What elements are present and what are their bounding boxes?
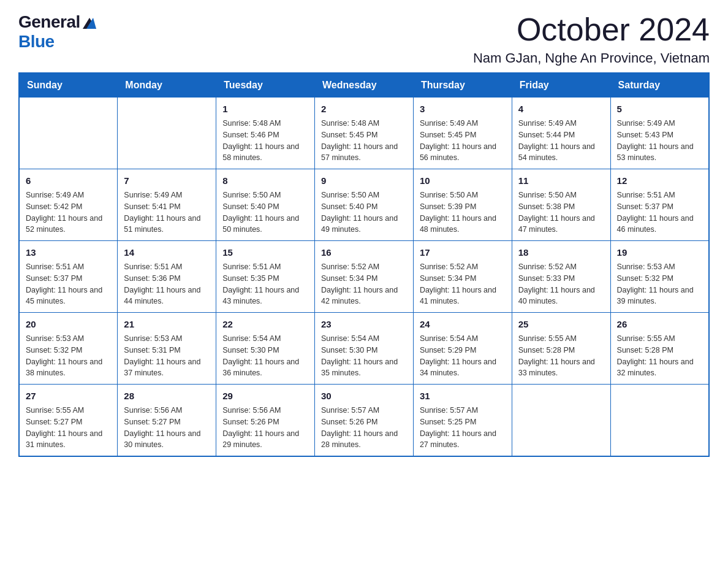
calendar-cell: 9Sunrise: 5:50 AMSunset: 5:40 PMDaylight…	[315, 169, 414, 241]
day-info: Sunrise: 5:57 AMSunset: 5:25 PMDaylight:…	[420, 405, 506, 451]
day-info: Sunrise: 5:49 AMSunset: 5:43 PMDaylight:…	[617, 118, 702, 164]
day-number: 7	[124, 174, 210, 187]
col-header-friday: Friday	[512, 73, 610, 98]
day-number: 4	[518, 102, 604, 115]
col-header-wednesday: Wednesday	[315, 73, 414, 98]
calendar-cell: 8Sunrise: 5:50 AMSunset: 5:40 PMDaylight…	[216, 169, 315, 241]
calendar-cell: 6Sunrise: 5:49 AMSunset: 5:42 PMDaylight…	[19, 169, 118, 241]
day-number: 12	[617, 174, 702, 187]
calendar-cell: 16Sunrise: 5:52 AMSunset: 5:34 PMDayligh…	[315, 241, 414, 313]
calendar-cell: 25Sunrise: 5:55 AMSunset: 5:28 PMDayligh…	[512, 313, 610, 385]
day-number: 19	[617, 246, 702, 259]
calendar-cell: 11Sunrise: 5:50 AMSunset: 5:38 PMDayligh…	[512, 169, 610, 241]
logo-general-text: General	[18, 12, 80, 32]
day-number: 21	[124, 318, 210, 331]
day-info: Sunrise: 5:50 AMSunset: 5:39 PMDaylight:…	[420, 190, 506, 236]
day-info: Sunrise: 5:56 AMSunset: 5:27 PMDaylight:…	[124, 405, 210, 451]
calendar-cell: 27Sunrise: 5:55 AMSunset: 5:27 PMDayligh…	[19, 385, 118, 457]
day-info: Sunrise: 5:49 AMSunset: 5:45 PMDaylight:…	[420, 118, 506, 164]
day-info: Sunrise: 5:50 AMSunset: 5:38 PMDaylight:…	[518, 190, 604, 236]
day-info: Sunrise: 5:55 AMSunset: 5:28 PMDaylight:…	[617, 333, 702, 379]
day-number: 8	[222, 174, 308, 187]
logo-blue-text: Blue	[18, 32, 55, 52]
col-header-monday: Monday	[118, 73, 216, 98]
calendar-week-row: 1Sunrise: 5:48 AMSunset: 5:46 PMDaylight…	[19, 98, 709, 169]
day-number: 1	[222, 102, 308, 115]
day-info: Sunrise: 5:48 AMSunset: 5:46 PMDaylight:…	[222, 118, 308, 164]
day-number: 17	[420, 246, 506, 259]
calendar-week-row: 20Sunrise: 5:53 AMSunset: 5:32 PMDayligh…	[19, 313, 709, 385]
calendar-cell: 4Sunrise: 5:49 AMSunset: 5:44 PMDaylight…	[512, 98, 610, 169]
calendar-cell	[610, 385, 709, 457]
calendar-cell: 29Sunrise: 5:56 AMSunset: 5:26 PMDayligh…	[216, 385, 315, 457]
day-number: 22	[222, 318, 308, 331]
day-number: 28	[124, 389, 210, 402]
day-number: 11	[518, 174, 604, 187]
day-number: 20	[26, 318, 111, 331]
calendar-cell	[118, 98, 216, 169]
calendar-cell: 31Sunrise: 5:57 AMSunset: 5:25 PMDayligh…	[413, 385, 512, 457]
col-header-sunday: Sunday	[19, 73, 118, 98]
day-number: 29	[222, 389, 308, 402]
day-info: Sunrise: 5:51 AMSunset: 5:37 PMDaylight:…	[26, 261, 111, 307]
calendar-cell: 30Sunrise: 5:57 AMSunset: 5:26 PMDayligh…	[315, 385, 414, 457]
calendar-cell: 15Sunrise: 5:51 AMSunset: 5:35 PMDayligh…	[216, 241, 315, 313]
logo-icon	[83, 15, 96, 29]
day-number: 2	[321, 102, 407, 115]
day-info: Sunrise: 5:54 AMSunset: 5:30 PMDaylight:…	[321, 333, 407, 379]
calendar-cell	[512, 385, 610, 457]
calendar-cell: 7Sunrise: 5:49 AMSunset: 5:41 PMDaylight…	[118, 169, 216, 241]
day-info: Sunrise: 5:51 AMSunset: 5:37 PMDaylight:…	[617, 190, 702, 236]
calendar-cell: 21Sunrise: 5:53 AMSunset: 5:31 PMDayligh…	[118, 313, 216, 385]
day-number: 9	[321, 174, 407, 187]
day-info: Sunrise: 5:52 AMSunset: 5:33 PMDaylight:…	[518, 261, 604, 307]
day-info: Sunrise: 5:52 AMSunset: 5:34 PMDaylight:…	[321, 261, 407, 307]
day-info: Sunrise: 5:55 AMSunset: 5:28 PMDaylight:…	[518, 333, 604, 379]
calendar-header-row: SundayMondayTuesdayWednesdayThursdayFrid…	[19, 73, 709, 98]
calendar-cell: 24Sunrise: 5:54 AMSunset: 5:29 PMDayligh…	[413, 313, 512, 385]
day-info: Sunrise: 5:57 AMSunset: 5:26 PMDaylight:…	[321, 405, 407, 451]
day-number: 23	[321, 318, 407, 331]
day-info: Sunrise: 5:53 AMSunset: 5:32 PMDaylight:…	[617, 261, 702, 307]
day-info: Sunrise: 5:49 AMSunset: 5:41 PMDaylight:…	[124, 190, 210, 236]
calendar-cell: 2Sunrise: 5:48 AMSunset: 5:45 PMDaylight…	[315, 98, 414, 169]
day-info: Sunrise: 5:51 AMSunset: 5:36 PMDaylight:…	[124, 261, 210, 307]
page-header: General Blue October 2024 Nam GJan, Nghe…	[18, 12, 710, 66]
calendar-cell: 12Sunrise: 5:51 AMSunset: 5:37 PMDayligh…	[610, 169, 709, 241]
calendar-cell: 22Sunrise: 5:54 AMSunset: 5:30 PMDayligh…	[216, 313, 315, 385]
calendar-cell: 26Sunrise: 5:55 AMSunset: 5:28 PMDayligh…	[610, 313, 709, 385]
col-header-saturday: Saturday	[610, 73, 709, 98]
day-info: Sunrise: 5:50 AMSunset: 5:40 PMDaylight:…	[321, 190, 407, 236]
day-number: 6	[26, 174, 111, 187]
day-info: Sunrise: 5:49 AMSunset: 5:44 PMDaylight:…	[518, 118, 604, 164]
day-info: Sunrise: 5:53 AMSunset: 5:31 PMDaylight:…	[124, 333, 210, 379]
calendar-cell: 19Sunrise: 5:53 AMSunset: 5:32 PMDayligh…	[610, 241, 709, 313]
calendar-cell: 18Sunrise: 5:52 AMSunset: 5:33 PMDayligh…	[512, 241, 610, 313]
day-number: 27	[26, 389, 111, 402]
day-info: Sunrise: 5:54 AMSunset: 5:30 PMDaylight:…	[222, 333, 308, 379]
calendar-cell: 20Sunrise: 5:53 AMSunset: 5:32 PMDayligh…	[19, 313, 118, 385]
title-section: October 2024 Nam GJan, Nghe An Province,…	[473, 12, 710, 66]
day-number: 15	[222, 246, 308, 259]
day-number: 25	[518, 318, 604, 331]
day-number: 5	[617, 102, 702, 115]
day-info: Sunrise: 5:56 AMSunset: 5:26 PMDaylight:…	[222, 405, 308, 451]
day-info: Sunrise: 5:50 AMSunset: 5:40 PMDaylight:…	[222, 190, 308, 236]
month-title: October 2024	[473, 12, 710, 47]
day-info: Sunrise: 5:54 AMSunset: 5:29 PMDaylight:…	[420, 333, 506, 379]
calendar-cell: 14Sunrise: 5:51 AMSunset: 5:36 PMDayligh…	[118, 241, 216, 313]
day-info: Sunrise: 5:49 AMSunset: 5:42 PMDaylight:…	[26, 190, 111, 236]
day-number: 24	[420, 318, 506, 331]
day-number: 14	[124, 246, 210, 259]
day-number: 10	[420, 174, 506, 187]
calendar-cell: 13Sunrise: 5:51 AMSunset: 5:37 PMDayligh…	[19, 241, 118, 313]
day-number: 31	[420, 389, 506, 402]
day-number: 26	[617, 318, 702, 331]
day-number: 30	[321, 389, 407, 402]
day-info: Sunrise: 5:55 AMSunset: 5:27 PMDaylight:…	[26, 405, 111, 451]
day-info: Sunrise: 5:52 AMSunset: 5:34 PMDaylight:…	[420, 261, 506, 307]
calendar-week-row: 13Sunrise: 5:51 AMSunset: 5:37 PMDayligh…	[19, 241, 709, 313]
day-number: 13	[26, 246, 111, 259]
calendar-cell	[19, 98, 118, 169]
day-info: Sunrise: 5:48 AMSunset: 5:45 PMDaylight:…	[321, 118, 407, 164]
